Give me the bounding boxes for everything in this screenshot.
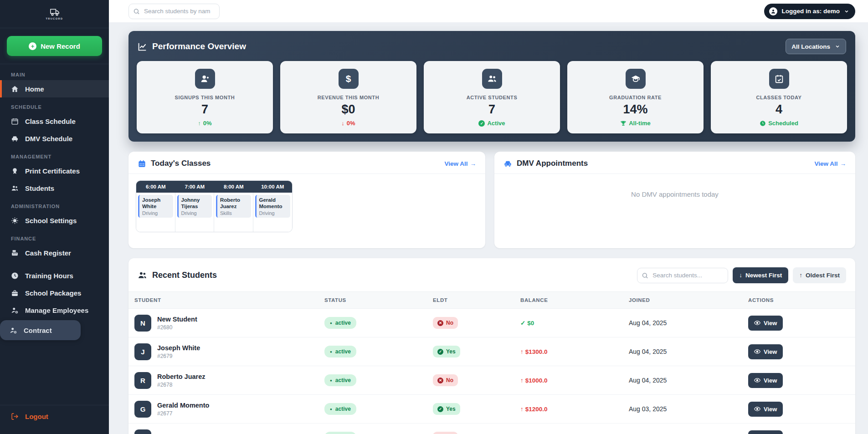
eldt-badge: ✓Yes [433,403,460,415]
user-icon [769,7,777,15]
briefcase-icon [11,289,19,297]
sidebar-item-home[interactable]: Home [0,80,109,97]
user-plus-icon [195,69,215,89]
sidebar-item-label: Manage Employees [25,306,88,314]
stat-card-classes-today: CLASSES TODAY 4 Scheduled [711,61,847,133]
avatar: R [134,372,151,389]
performance-title: Performance Overview [152,41,246,51]
arrow-right-icon: → [470,160,477,167]
check-circle-icon: ✓ [437,406,443,412]
stat-trend-text: Active [487,120,505,127]
status-badge: ●active [324,317,356,329]
recent-students-title: Recent Students [152,271,217,280]
location-filter-value: All Locations [791,43,830,50]
schedule-cell: Joseph White Driving [136,193,175,232]
clock-icon [11,272,19,280]
students-search [637,268,728,283]
gear-icon [11,217,19,225]
student-name: New Student [157,316,197,323]
arrow-up-icon: ↑ [198,120,201,127]
table-row: J Johnny Tijeras ●active ✕No ↑$1111.0 Au… [128,424,855,434]
stat-card-graduation-rate: GRADUATION RATE 14% All-time [567,61,704,133]
students-icon [11,184,19,192]
new-record-button[interactable]: + New Record [7,36,102,56]
sidebar-item-label: School Packages [25,289,81,297]
class-entry[interactable]: Gerald Momento Driving [255,195,291,218]
class-entry[interactable]: Johnny Tijeras Driving [177,195,212,218]
sidebar-item-label: Class Schedule [25,117,76,125]
dmv-empty-message: No DMV appointments today [494,174,855,198]
avatar: N [134,315,151,332]
arrow-up-icon: ↑ [520,348,524,355]
global-search-input[interactable] [128,4,220,19]
view-button[interactable]: View [748,373,783,388]
class-schedule-table: 6:00 AM 7:00 AM 8:00 AM 10:00 AM Joseph … [136,180,293,232]
student-id: #2679 [157,353,200,359]
sidebar-item-students[interactable]: Students [0,179,109,197]
location-filter-select[interactable]: All Locations [786,39,846,54]
logout-label: Logout [25,413,48,420]
view-button[interactable]: View [748,316,783,331]
stat-card-signups: SIGNUPS THIS MONTH 7 ↑ 0% [137,61,273,133]
sidebar-item-training-hours[interactable]: Training Hours [0,267,109,284]
logout-button[interactable]: Logout [11,413,98,420]
sidebar-item-class-schedule[interactable]: Class Schedule [0,112,109,130]
dot-icon: ● [330,407,332,411]
stat-value: $0 [341,102,355,117]
sidebar-nav: MAIN Home SCHEDULE Class Schedule DMV Sc… [0,64,109,405]
view-all-dmv-link[interactable]: View All → [814,160,846,167]
sidebar-item-print-certificates[interactable]: Print Certificates [0,162,109,179]
eldt-badge: ✕No [433,374,458,386]
sidebar-item-label: DMV Schedule [25,135,72,143]
students-search-input[interactable] [637,268,728,283]
view-all-classes-link[interactable]: View All → [444,160,476,167]
logo: TRUCORD [0,0,109,28]
schedule-time: 6:00 AM [136,181,175,193]
schedule-cell: Roberto Juarez Skills [214,193,253,232]
section-label-administration: ADMINISTRATION [0,197,109,212]
calendar-check-icon [769,69,789,89]
global-search [128,4,220,19]
avatar: J [134,343,151,360]
logout-icon [11,413,19,420]
check-circle-icon: ✓ [437,349,443,355]
arrow-down-icon: ↓ [739,272,742,279]
user-menu[interactable]: Logged in as: demo [764,4,855,19]
check-circle-icon: ✓ [478,120,485,127]
balance-value: ↑$1300.0 [520,348,623,355]
eldt-badge: ✕No [433,317,458,329]
student-name: Gerald Momento [157,402,209,409]
sidebar-item-label: Contract [24,327,52,334]
sidebar-item-school-settings[interactable]: School Settings [0,212,109,229]
balance-value: ↑$1000.0 [520,377,623,384]
class-entry[interactable]: Joseph White Driving [138,195,173,218]
view-button[interactable]: View [748,430,783,434]
class-entry[interactable]: Roberto Juarez Skills [216,195,251,218]
view-button[interactable]: View [748,344,783,359]
view-button[interactable]: View [748,402,783,417]
stat-trend-text: 0% [347,120,355,127]
certificate-icon [11,167,19,175]
sidebar-item-label: Home [25,85,44,93]
dot-icon: ● [330,350,332,354]
search-icon [133,8,140,15]
sidebar-item-school-packages[interactable]: School Packages [0,284,109,301]
topbar: Logged in as: demo [109,0,868,23]
sort-newest-button[interactable]: ↓ Newest First [733,267,788,283]
schedule-cell: Gerald Momento Driving [253,193,293,232]
sidebar-item-cash-register[interactable]: Cash Register [0,244,109,261]
user-gear-icon [11,306,19,314]
sidebar-item-contract[interactable]: Contract [0,320,81,340]
calendar-icon [11,117,19,125]
sidebar-item-dmv-schedule[interactable]: DMV Schedule [0,130,109,147]
sort-oldest-button[interactable]: ↑ Oldest First [793,267,846,283]
users-icon [482,69,502,89]
sidebar-item-manage-employees[interactable]: Manage Employees [0,301,109,319]
home-icon [11,85,19,93]
cash-register-icon [11,249,19,257]
stat-label: SIGNUPS THIS MONTH [175,95,235,100]
performance-overview: Performance Overview All Locations SIGNU… [128,31,855,142]
eldt-badge: ✓Yes [433,346,460,357]
arrow-up-icon: ↑ [520,377,524,384]
dmv-title: DMV Appointments [517,159,588,168]
